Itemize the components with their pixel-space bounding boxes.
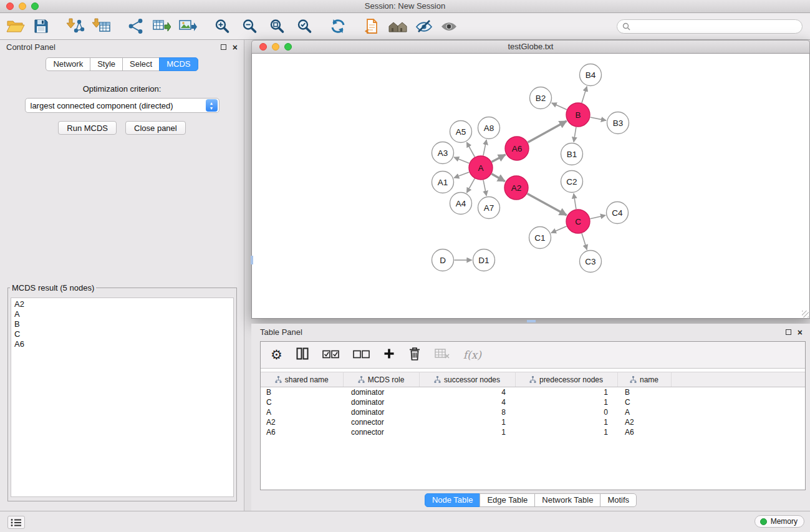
network-canvas[interactable]: B4B2BB3A5A8A6B1A3AC2A1A2A4A7C4CC1C3DD1: [251, 54, 810, 319]
close-panel-button[interactable]: Close panel: [125, 121, 186, 135]
zoom-selected-button[interactable]: [296, 16, 313, 36]
zoom-fit-button[interactable]: [268, 16, 286, 36]
network-graph[interactable]: B4B2BB3A5A8A6B1A3AC2A1A2A4A7C4CC1C3DD1: [252, 54, 809, 317]
graph-edge-A-A8[interactable]: [483, 140, 486, 155]
task-history-button[interactable]: [7, 516, 25, 529]
optimization-criterion-select[interactable]: largest connected component (directed) ▲…: [25, 98, 219, 113]
graph-node-A[interactable]: A: [469, 156, 493, 180]
gear-icon[interactable]: ⚙: [271, 348, 282, 362]
graph-node-A6[interactable]: A6: [505, 137, 529, 160]
split-columns-button[interactable]: [296, 347, 309, 362]
graph-node-D1[interactable]: D1: [473, 249, 495, 271]
graph-edge-A2-C[interactable]: [528, 194, 567, 215]
share-network-button[interactable]: [127, 16, 145, 36]
table-cell[interactable]: B: [261, 387, 343, 398]
memory-button[interactable]: Memory: [755, 515, 804, 528]
graph-node-B3[interactable]: B3: [607, 112, 629, 134]
graph-edge-A-A6[interactable]: [492, 155, 506, 162]
column-header-successor-nodes[interactable]: successor nodes: [419, 372, 515, 387]
tab-select[interactable]: Select: [122, 57, 160, 71]
column-header-shared-name[interactable]: shared name: [261, 372, 343, 387]
graph-edge-C-C4[interactable]: [591, 215, 606, 219]
table-row-B[interactable]: Bdominator41B: [261, 387, 805, 398]
table-cell[interactable]: connector: [343, 427, 419, 437]
minimize-window-button[interactable]: [19, 2, 26, 10]
mcds-result-item[interactable]: A6: [14, 339, 230, 349]
table-cell[interactable]: 0: [515, 407, 617, 417]
graph-node-A4[interactable]: A4: [450, 193, 472, 215]
zoom-window-button[interactable]: [31, 2, 39, 10]
table-cell[interactable]: A2: [261, 417, 343, 427]
table-cell[interactable]: C: [617, 397, 671, 407]
table-cell[interactable]: 1: [515, 427, 617, 437]
export-image-button[interactable]: [178, 16, 197, 36]
table-cell[interactable]: A6: [617, 427, 671, 437]
birdseye-view-button[interactable]: [440, 16, 458, 36]
graph-node-A8[interactable]: A8: [478, 117, 500, 139]
close-table-panel-icon[interactable]: ×: [798, 329, 803, 336]
network-minimize-button[interactable]: [272, 43, 279, 51]
graph-edge-A-A1[interactable]: [454, 172, 469, 178]
tab-style[interactable]: Style: [90, 57, 123, 71]
graph-node-A5[interactable]: A5: [450, 121, 472, 143]
save-session-button[interactable]: [32, 16, 50, 36]
table-cell[interactable]: 1: [419, 417, 515, 427]
graph-edge-C-C2[interactable]: [574, 193, 576, 209]
tab-mcds[interactable]: MCDS: [159, 57, 198, 71]
graph-edge-A6-B[interactable]: [528, 121, 567, 142]
table-cell[interactable]: A2: [617, 417, 671, 427]
graph-edge-A-A7[interactable]: [483, 180, 486, 196]
tab-motifs[interactable]: Motifs: [600, 493, 637, 507]
tab-network-table[interactable]: Network Table: [534, 493, 600, 507]
network-zoom-button[interactable]: [284, 43, 292, 51]
deselect-all-button[interactable]: [353, 349, 370, 361]
import-table-button[interactable]: [92, 16, 111, 36]
export-table-button[interactable]: [152, 16, 171, 36]
splitter-grip-horizontal[interactable]: [527, 320, 536, 322]
graph-node-C4[interactable]: C4: [607, 202, 629, 224]
graph-edge-B-B3[interactable]: [591, 117, 606, 120]
graph-edge-B-B4[interactable]: [582, 87, 587, 103]
table-cell[interactable]: C: [261, 397, 343, 407]
graph-node-C[interactable]: C: [566, 210, 590, 233]
resize-grip-icon[interactable]: [802, 311, 809, 317]
add-column-button[interactable]: [383, 348, 395, 362]
graph-edge-A-A2[interactable]: [491, 174, 504, 181]
table-row-A6[interactable]: A6connector11A6: [261, 427, 805, 437]
table-cell[interactable]: B: [617, 387, 671, 398]
table-cell[interactable]: 4: [419, 397, 515, 407]
table-cell[interactable]: 4: [419, 387, 515, 398]
network-window-titlebar[interactable]: testGlobe.txt: [251, 40, 810, 54]
float-table-panel-icon[interactable]: [786, 329, 791, 335]
search-input[interactable]: [634, 21, 797, 31]
mcds-result-list[interactable]: A2ABCA6: [11, 297, 234, 497]
search-box[interactable]: [617, 19, 803, 34]
graph-node-A1[interactable]: A1: [432, 172, 454, 193]
graph-node-C3[interactable]: C3: [580, 251, 602, 273]
graph-node-A2[interactable]: A2: [504, 176, 528, 200]
splitter-grip-vertical[interactable]: [251, 256, 253, 264]
graph-node-D[interactable]: D: [432, 249, 454, 271]
graph-node-B4[interactable]: B4: [580, 64, 602, 86]
graph-node-C2[interactable]: C2: [561, 171, 583, 193]
table-cell[interactable]: dominator: [343, 407, 419, 417]
graph-edge-B-B1[interactable]: [574, 127, 576, 142]
graph-edge-B-B2[interactable]: [552, 103, 567, 110]
table-cell[interactable]: 1: [515, 417, 617, 427]
graph-node-C1[interactable]: C1: [529, 227, 551, 249]
table-cell[interactable]: A6: [261, 427, 343, 437]
float-panel-icon[interactable]: [221, 44, 226, 50]
tab-edge-table[interactable]: Edge Table: [480, 493, 535, 507]
graph-node-B1[interactable]: B1: [561, 143, 583, 165]
table-cell[interactable]: dominator: [343, 387, 419, 398]
column-header-name[interactable]: name: [617, 372, 671, 387]
table-cell[interactable]: A: [617, 407, 671, 417]
table-cell[interactable]: 1: [515, 397, 617, 407]
graph-edge-A-A5[interactable]: [466, 142, 475, 157]
column-header-predecessor-nodes[interactable]: predecessor nodes: [515, 372, 617, 387]
table-row-C[interactable]: Cdominator41C: [261, 397, 805, 407]
column-header-MCDS-role[interactable]: MCDS role: [343, 372, 419, 387]
tab-network[interactable]: Network: [46, 57, 90, 71]
table-cell[interactable]: dominator: [343, 397, 419, 407]
snapshot-document-button[interactable]: [363, 16, 380, 36]
